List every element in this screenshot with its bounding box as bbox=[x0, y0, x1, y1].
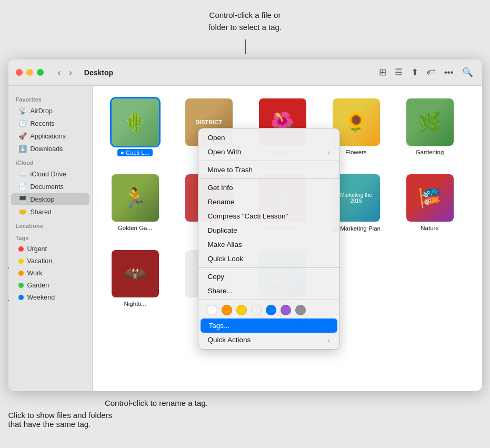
ctx-open[interactable]: Open bbox=[199, 131, 338, 145]
sidebar-item-label: Applications bbox=[31, 133, 66, 140]
sidebar: Favorites 📡 AirDrop 🕐 Recents 🚀 Applicat… bbox=[8, 86, 93, 391]
ctx-tags-label: Tags... bbox=[209, 322, 230, 330]
sidebar-item-applications[interactable]: 🚀 Applications bbox=[11, 130, 89, 142]
favorites-label: Favorites bbox=[8, 92, 92, 104]
vacation-dot bbox=[18, 258, 24, 264]
ctx-make-alias-label: Make Alias bbox=[208, 241, 242, 248]
applications-icon: 🚀 bbox=[18, 132, 27, 140]
sidebar-item-label: Recents bbox=[31, 120, 55, 127]
tag-dot-orange[interactable] bbox=[222, 305, 232, 315]
minimize-button[interactable] bbox=[26, 69, 33, 76]
bracket-line bbox=[8, 267, 9, 301]
ctx-rename[interactable]: Rename bbox=[199, 195, 338, 209]
close-button[interactable] bbox=[16, 69, 23, 76]
ctx-sep1 bbox=[198, 161, 339, 161]
ctx-copy[interactable]: Copy bbox=[199, 270, 338, 284]
annotation-bottom-files: Click to show files and folders that hav… bbox=[8, 410, 482, 434]
ctx-sep4 bbox=[198, 300, 339, 300]
file-thumb-nighttime: 🦇 bbox=[112, 250, 159, 297]
list-view-icon[interactable]: ☰ bbox=[393, 65, 404, 79]
ctx-quick-look[interactable]: Quick Look bbox=[199, 252, 338, 266]
sidebar-item-work[interactable]: Work bbox=[11, 267, 89, 279]
sidebar-item-label: Vacation bbox=[27, 257, 53, 265]
downloads-icon: ⬇️ bbox=[18, 145, 27, 153]
ctx-share-label: Share... bbox=[208, 287, 233, 295]
file-name-flowers: Flowers bbox=[345, 149, 366, 155]
file-item-cacti[interactable]: 🌵 ● Cacti L... bbox=[101, 94, 169, 161]
shared-icon: 🤝 bbox=[18, 208, 27, 216]
ctx-sep2 bbox=[198, 178, 339, 179]
tag-dot-none[interactable] bbox=[207, 305, 217, 315]
work-dot bbox=[18, 271, 24, 276]
share-icon[interactable]: ⬆ bbox=[409, 65, 420, 79]
tag-dots-row bbox=[198, 302, 339, 318]
back-button[interactable]: ‹ bbox=[55, 66, 64, 79]
ctx-quick-actions[interactable]: Quick Actions › bbox=[199, 333, 338, 347]
sidebar-item-airdrop[interactable]: 📡 AirDrop bbox=[11, 105, 89, 117]
more-icon[interactable]: ••• bbox=[443, 66, 455, 79]
ctx-duplicate[interactable]: Duplicate bbox=[199, 223, 338, 237]
ctx-move-trash-label: Move to Trash bbox=[208, 166, 253, 174]
sidebar-item-garden[interactable]: Garden bbox=[11, 280, 89, 291]
sidebar-item-documents[interactable]: 📄 Documents bbox=[11, 181, 89, 193]
grid-view-icon[interactable]: ⊞ bbox=[377, 65, 388, 79]
content-area: Favorites 📡 AirDrop 🕐 Recents 🚀 Applicat… bbox=[8, 86, 482, 391]
file-item-nature[interactable]: 🎏 Nature bbox=[396, 170, 464, 235]
sidebar-item-icloud-drive[interactable]: ☁️ iCloud Drive bbox=[11, 168, 89, 180]
file-thumb-golden: 🏃 bbox=[112, 174, 159, 222]
sidebar-item-downloads[interactable]: ⬇️ Downloads bbox=[11, 143, 89, 155]
annotation-bottom-tag: Control-click to rename a tag. bbox=[8, 391, 482, 410]
nav-buttons: ‹ › bbox=[55, 66, 75, 79]
recents-icon: 🕐 bbox=[18, 120, 27, 127]
context-menu: Open Open With › Move to Trash Get Info … bbox=[198, 128, 340, 350]
sidebar-item-label: Shared bbox=[31, 208, 52, 216]
maximize-button[interactable] bbox=[37, 69, 44, 76]
sidebar-item-vacation[interactable]: Vacation bbox=[11, 255, 89, 267]
ctx-compress[interactable]: Compress "Cacti Lesson" bbox=[199, 209, 338, 223]
file-item-nighttime[interactable]: 🦇 Nightti... bbox=[101, 246, 169, 311]
icloud-label: iCloud bbox=[8, 155, 92, 167]
ctx-tags[interactable]: Tags... bbox=[201, 318, 337, 333]
ctx-get-info[interactable]: Get Info bbox=[199, 181, 338, 195]
ctx-make-alias[interactable]: Make Alias bbox=[199, 237, 338, 252]
airdrop-icon: 📡 bbox=[18, 107, 27, 115]
documents-icon: 📄 bbox=[18, 183, 27, 191]
sidebar-item-shared[interactable]: 🤝 Shared bbox=[11, 206, 89, 218]
forward-button[interactable]: › bbox=[66, 66, 75, 79]
ctx-move-trash[interactable]: Move to Trash bbox=[199, 163, 338, 177]
sidebar-item-label: Documents bbox=[31, 183, 64, 191]
sidebar-item-label: iCloud Drive bbox=[31, 171, 66, 178]
sidebar-item-weekend[interactable]: Weekend bbox=[11, 292, 89, 303]
tag-dot-blue[interactable] bbox=[266, 305, 276, 315]
tag-dot-white[interactable] bbox=[251, 305, 262, 315]
sidebar-item-label: Weekend bbox=[27, 294, 55, 301]
ctx-open-with[interactable]: Open With › bbox=[199, 145, 338, 159]
sidebar-item-label: Desktop bbox=[31, 196, 55, 203]
ctx-compress-label: Compress "Cacti Lesson" bbox=[208, 212, 288, 220]
tag-dot-yellow[interactable] bbox=[236, 305, 247, 315]
file-thumb-gardening: 🌿 bbox=[406, 98, 454, 146]
tag-icon[interactable]: 🏷 bbox=[425, 66, 437, 79]
tag-dot-purple[interactable] bbox=[281, 305, 291, 315]
titlebar: ‹ › Desktop ⊞ ☰ ⬆ 🏷 ••• 🔍 bbox=[8, 59, 482, 86]
main-area: 🌵 ● Cacti L... DISTRICT 🌺 Flower 🌻 Flowe… bbox=[93, 86, 482, 391]
file-item-golden[interactable]: 🏃 Golden Ga... bbox=[101, 170, 169, 235]
tags-label: Tags bbox=[8, 231, 92, 243]
file-name-nature: Nature bbox=[421, 225, 439, 231]
file-name-nighttime: Nightti... bbox=[124, 301, 146, 307]
ctx-open-with-label: Open With bbox=[208, 148, 242, 156]
ctx-share[interactable]: Share... bbox=[199, 284, 338, 298]
ctx-rename-label: Rename bbox=[208, 198, 235, 206]
sidebar-item-urgent[interactable]: Urgent bbox=[11, 243, 89, 255]
tag-dot-gray[interactable] bbox=[295, 305, 306, 315]
search-icon[interactable]: 🔍 bbox=[461, 65, 475, 79]
sidebar-item-desktop[interactable]: 🖥️ Desktop bbox=[11, 193, 89, 205]
file-name-cacti: ● Cacti L... bbox=[117, 149, 153, 156]
weekend-dot bbox=[18, 295, 24, 300]
sidebar-item-recents[interactable]: 🕐 Recents bbox=[11, 117, 89, 130]
file-thumb-nature: 🎏 bbox=[406, 174, 454, 222]
sidebar-item-label: Work bbox=[27, 270, 43, 277]
file-item-gardening[interactable]: 🌿 Gardening bbox=[396, 94, 464, 160]
ctx-open-with-arrow: › bbox=[328, 149, 330, 155]
file-name-golden: Golden Ga... bbox=[118, 225, 152, 231]
